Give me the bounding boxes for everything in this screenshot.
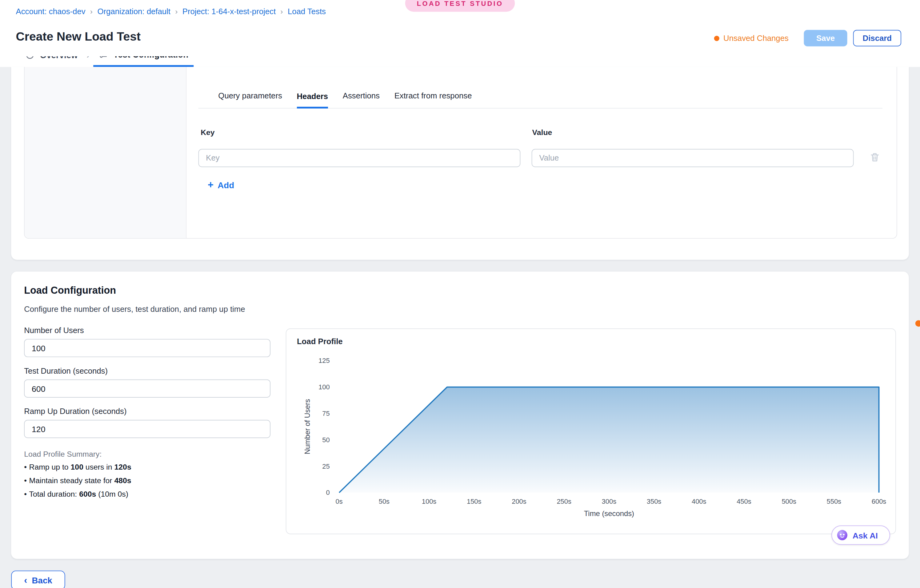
svg-text:75: 75: [322, 410, 330, 417]
field-input-test-duration-seconds[interactable]: [24, 380, 270, 397]
save-button[interactable]: Save: [804, 30, 847, 46]
notification-dot: [915, 320, 920, 326]
request-editor-main: Query parametersHeadersAssertionsExtract…: [186, 61, 896, 238]
add-row-label: Add: [217, 180, 234, 190]
load-config-card: Load Configuration Configure the number …: [11, 271, 909, 559]
load-config-title: Load Configuration: [24, 285, 116, 297]
breadcrumb-item-load-tests[interactable]: Load Tests: [288, 7, 326, 16]
request-tabs: Query parametersHeadersAssertionsExtract…: [198, 61, 883, 108]
ask-ai-button[interactable]: Ask AI: [831, 525, 890, 545]
field-input-ramp-up-duration-seconds[interactable]: [24, 420, 270, 438]
svg-text:150s: 150s: [467, 498, 481, 505]
delete-row-button[interactable]: [867, 150, 883, 165]
unsaved-changes: Unsaved Changes: [714, 34, 789, 43]
svg-text:450s: 450s: [737, 498, 752, 505]
breadcrumb-separator-icon: ›: [175, 7, 178, 16]
load-config-subtitle: Configure the number of users, test dura…: [24, 305, 245, 314]
discard-button[interactable]: Discard: [853, 30, 901, 46]
value-column-label: Value: [532, 128, 552, 137]
tab-headers[interactable]: Headers: [297, 92, 328, 108]
request-config-card: Query parametersHeadersAssertionsExtract…: [11, 67, 909, 260]
tab-assertions[interactable]: Assertions: [343, 91, 380, 108]
svg-text:0s: 0s: [336, 498, 343, 505]
unsaved-dot-icon: [714, 36, 719, 40]
key-column-label: Key: [201, 128, 214, 137]
svg-text:600s: 600s: [872, 498, 886, 505]
svg-text:Number of Users: Number of Users: [303, 399, 311, 454]
svg-text:0: 0: [326, 489, 330, 496]
load-profile-title: Load Profile: [297, 337, 343, 346]
breadcrumb-separator-icon: ›: [280, 7, 283, 16]
load-profile-chart: 02550751001250s50s100s150s200s250s300s35…: [287, 350, 896, 526]
page: Query parametersHeadersAssertionsExtract…: [0, 0, 920, 588]
svg-text:300s: 300s: [602, 498, 617, 505]
svg-text:250s: 250s: [557, 498, 572, 505]
svg-text:500s: 500s: [782, 498, 796, 505]
breadcrumb-item-account[interactable]: Account: chaos-dev: [16, 7, 85, 16]
svg-text:Time (seconds): Time (seconds): [584, 509, 634, 518]
svg-text:100: 100: [319, 383, 330, 391]
back-label: Back: [32, 576, 52, 585]
breadcrumb-item-organization[interactable]: Organization: default: [97, 7, 170, 16]
field-label-test-duration-seconds: Test Duration (seconds): [24, 367, 108, 375]
load-profile-summary-title: Load Profile Summary:: [24, 450, 102, 459]
load-profile-panel: Load Profile 02550751001250s50s100s150s2…: [286, 328, 896, 534]
breadcrumb-separator-icon: ›: [90, 7, 92, 16]
header-actions: Unsaved Changes Save Discard: [714, 30, 901, 46]
value-input[interactable]: [532, 149, 854, 167]
svg-text:400s: 400s: [692, 498, 706, 505]
ask-ai-label: Ask AI: [853, 530, 878, 540]
svg-text:200s: 200s: [512, 498, 526, 505]
unsaved-changes-label: Unsaved Changes: [723, 34, 789, 43]
key-input[interactable]: [198, 149, 521, 167]
studio-badge: LOAD TEST STUDIO: [405, 0, 515, 12]
field-label-number-of-users: Number of Users: [24, 326, 84, 335]
back-button[interactable]: ‹ Back: [11, 570, 65, 588]
svg-text:100s: 100s: [422, 498, 437, 505]
summary-item: •Total duration: 600s (10m 0s): [24, 488, 131, 501]
request-editor-panel: Query parametersHeadersAssertionsExtract…: [24, 61, 897, 239]
field-input-number-of-users[interactable]: [24, 339, 270, 357]
ask-ai-bot-icon: [836, 529, 848, 541]
request-side-panel: [24, 61, 186, 238]
trash-icon: [870, 152, 880, 162]
svg-text:125: 125: [319, 357, 330, 364]
field-label-ramp-up-duration-seconds: Ramp Up Duration (seconds): [24, 407, 126, 416]
svg-text:25: 25: [322, 462, 330, 470]
app-header: Account: chaos-dev›Organization: default…: [0, 0, 920, 56]
plus-icon: +: [208, 180, 214, 190]
tab-query-parameters[interactable]: Query parameters: [218, 91, 282, 108]
summary-item: •Ramp up to 100 users in 120s: [24, 460, 131, 474]
chevron-left-icon: ‹: [24, 576, 27, 585]
breadcrumb-item-project[interactable]: Project: 1-64-x-test-project: [183, 7, 276, 16]
tab-extract-from-response[interactable]: Extract from response: [394, 91, 472, 108]
load-profile-summary-list: •Ramp up to 100 users in 120s•Maintain s…: [24, 460, 131, 501]
svg-text:350s: 350s: [647, 498, 662, 505]
svg-text:50: 50: [322, 436, 330, 444]
svg-text:50s: 50s: [379, 498, 390, 505]
svg-text:550s: 550s: [827, 498, 842, 505]
page-title: Create New Load Test: [16, 29, 141, 44]
summary-item: •Maintain steady state for 480s: [24, 474, 131, 488]
add-row-button[interactable]: + Add: [205, 178, 236, 192]
breadcrumb: Account: chaos-dev›Organization: default…: [16, 7, 326, 16]
